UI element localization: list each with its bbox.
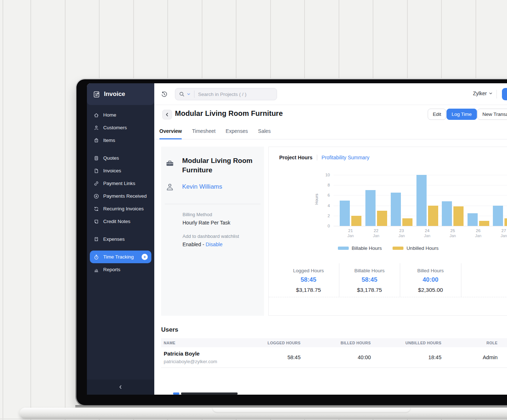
project-info-card: Modular Living Room Furniture Kevin Will…: [161, 147, 264, 316]
arrow-down-circle-icon: [93, 193, 99, 199]
refresh-icon: [93, 206, 99, 212]
watchlist-label: Add to dashboard watchlist: [183, 234, 239, 239]
user-name-cell: Patricia Boyle patriciaboyle@zylker.com: [161, 350, 234, 364]
app-logo-label: Invoice: [104, 91, 125, 98]
bar-billable-hours-22-Jan[interactable]: [365, 190, 376, 226]
bar-chart-icon: [93, 267, 99, 273]
bar-billable-hours-27-Jan[interactable]: [493, 206, 503, 226]
sidebar-item-payment-links[interactable]: Payment Links: [90, 177, 151, 190]
topbar: Zylker +: [154, 83, 507, 105]
link-icon: [93, 181, 99, 186]
watchlist-disable-link[interactable]: Disable: [206, 242, 223, 247]
laptop-base: [20, 408, 507, 419]
app-logo: Invoice: [87, 83, 154, 105]
user-name[interactable]: Patricia Boyle: [164, 350, 234, 357]
bar-billable-hours-25-Jan[interactable]: [442, 201, 452, 226]
sidebar-item-recurring-invoices[interactable]: Recurring Invoices: [90, 202, 151, 215]
col-name: NAME: [161, 341, 234, 345]
search-scope-chevron-icon[interactable]: [187, 92, 190, 96]
bar-unbilled-hours-22-Jan[interactable]: [377, 211, 387, 226]
bar-billable-hours-21-Jan[interactable]: [340, 201, 350, 226]
user-role: Admin: [441, 354, 498, 360]
clipped-bottom-row: [154, 392, 507, 395]
new-transaction-button[interactable]: New Transaction: [477, 109, 507, 120]
items-bag-icon: [93, 138, 99, 143]
chevron-down-icon: [489, 92, 493, 95]
org-switcher[interactable]: Zylker: [473, 91, 493, 96]
col-role: ROLE: [441, 341, 498, 345]
bar-unbilled-hours-26-Jan[interactable]: [479, 221, 489, 226]
watchlist-status: Enabled - Disable: [183, 242, 223, 247]
customers-icon: [93, 125, 99, 131]
topbar-divider: [496, 90, 497, 98]
sidebar-menu: Home Customers Items Quotes Invoices P: [87, 105, 154, 276]
briefcase-icon: [165, 160, 174, 168]
search-bar[interactable]: [175, 88, 277, 100]
stat-clipped: [461, 263, 507, 297]
stat-billed-hours: Billed Hours 40:00 $2,305.00: [400, 263, 461, 297]
col-unbilled: UNBILLED HOURS: [371, 341, 441, 345]
stat-logged-hours: Logged Hours 58:45 $3,178.75: [278, 263, 339, 297]
sidebar-item-expenses[interactable]: Expenses: [90, 233, 151, 245]
bar-unbilled-hours-23-Jan[interactable]: [402, 218, 412, 226]
recent-history-icon[interactable]: [161, 91, 168, 98]
bar-unbilled-hours-24-Jan[interactable]: [428, 206, 438, 226]
clipped-text: [181, 392, 238, 395]
legend-billable-swatch: [338, 247, 349, 250]
chart-legend: Billable Hours Unbilled Hours: [269, 245, 507, 251]
sidebar-item-payments-received[interactable]: Payments Received: [90, 190, 151, 202]
billing-method-label: Billing Method: [183, 212, 212, 217]
sidebar-item-invoices[interactable]: Invoices: [90, 164, 151, 177]
sidebar-item-quotes[interactable]: Quotes: [90, 152, 151, 164]
project-hours-card: Project Hours Profitability Summary Hour…: [268, 147, 507, 316]
project-name: Modular Living Room Furniture: [182, 156, 260, 175]
bar-unbilled-hours-25-Jan[interactable]: [453, 206, 464, 226]
project-card-divider: [165, 204, 260, 204]
laptop-base-notch: [212, 408, 411, 413]
page-title: Modular Living Room Furniture: [175, 109, 283, 118]
sidebar: Invoice Home Customers Items Quotes: [87, 83, 154, 395]
search-divider: [194, 91, 194, 98]
edit-button[interactable]: Edit: [428, 109, 446, 120]
bar-billable-hours-26-Jan[interactable]: [468, 213, 478, 226]
sidebar-item-customers[interactable]: Customers: [90, 121, 151, 134]
chart-header: Project Hours Profitability Summary: [279, 155, 369, 160]
users-table: NAME LOGGED HOURS BILLED HOURS UNBILLED …: [161, 338, 507, 368]
home-icon: [93, 112, 99, 118]
page-header: Modular Living Room Furniture Edit Log T…: [154, 105, 507, 123]
sidebar-item-reports[interactable]: Reports: [90, 263, 151, 276]
bar-billable-hours-23-Jan[interactable]: [391, 193, 401, 226]
legend-unbilled-swatch: [393, 247, 403, 250]
profitability-summary-link[interactable]: Profitability Summary: [322, 155, 369, 160]
table-row[interactable]: Patricia Boyle patriciaboyle@zylker.com …: [161, 347, 507, 368]
stopwatch-icon: [93, 254, 99, 260]
user-unbilled-hours: 18:45: [371, 354, 441, 360]
sidebar-item-home[interactable]: Home: [90, 109, 151, 121]
sidebar-item-time-tracking[interactable]: Time Tracking +: [90, 251, 151, 263]
tab-overview[interactable]: Overview: [159, 123, 182, 139]
tab-timesheet[interactable]: Timesheet: [192, 123, 215, 139]
tab-sales[interactable]: Sales: [258, 123, 271, 139]
bar-unbilled-hours-21-Jan[interactable]: [351, 216, 361, 226]
bar-chart-plot: 21Jan22Jan23Jan24Jan25Jan26Jan27Jan: [334, 175, 507, 226]
hours-stats-row: Logged Hours 58:45 $3,178.75 Billable Ho…: [269, 263, 507, 297]
log-time-button[interactable]: Log Time: [447, 109, 477, 120]
user-email: patriciaboyle@zylker.com: [164, 359, 234, 364]
clipped-blue-icon: [173, 392, 179, 395]
add-new-button[interactable]: +: [502, 88, 507, 100]
search-input[interactable]: [198, 92, 273, 97]
tab-expenses[interactable]: Expenses: [226, 123, 248, 139]
sidebar-item-credit-notes[interactable]: Credit Notes: [90, 215, 151, 228]
main-area: Zylker + Modular Living Room Furniture E…: [154, 83, 507, 395]
credit-note-icon: [93, 219, 99, 224]
sidebar-collapse-button[interactable]: [87, 379, 154, 395]
bar-unbilled-hours-27-Jan[interactable]: [504, 218, 507, 226]
sidebar-item-items[interactable]: Items: [90, 134, 151, 147]
back-button[interactable]: [162, 110, 172, 119]
users-table-header: NAME LOGGED HOURS BILLED HOURS UNBILLED …: [161, 338, 507, 347]
add-time-entry-icon[interactable]: +: [142, 254, 148, 260]
customer-name-link[interactable]: Kevin Williams: [182, 183, 222, 190]
bar-billable-hours-24-Jan[interactable]: [416, 175, 427, 226]
invoices-icon: [93, 168, 99, 174]
stat-billable-hours: Billable Hours 58:45 $3,178.75: [339, 263, 401, 297]
